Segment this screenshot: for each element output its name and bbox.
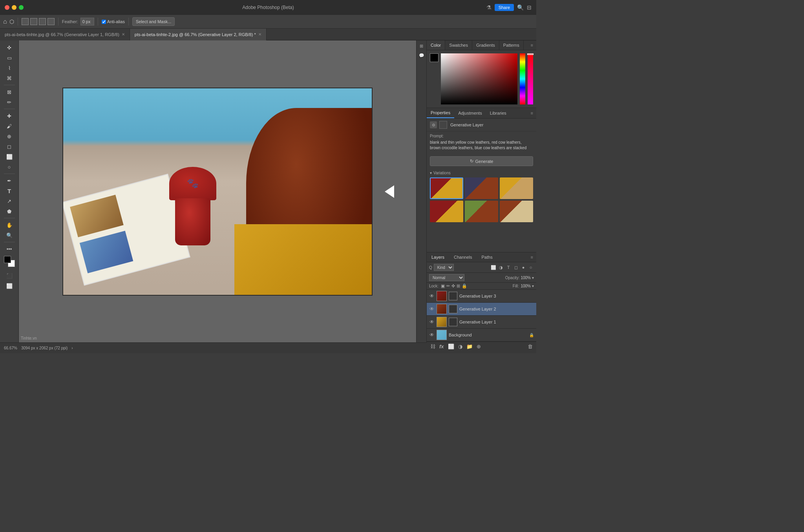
brush-tool[interactable]: 🖌 — [3, 121, 16, 131]
more-tools[interactable]: ••• — [3, 244, 16, 254]
filter-type-icon[interactable]: T — [505, 264, 512, 271]
gradient-tool[interactable]: ⬜ — [3, 152, 16, 161]
fill-chevron[interactable]: ▾ — [532, 284, 534, 288]
flask-icon[interactable]: ⚗ — [486, 4, 492, 11]
layer-gl1-visibility[interactable]: 👁 — [429, 319, 435, 325]
stamp-tool[interactable]: ⊕ — [3, 132, 16, 141]
swatches-tab[interactable]: Swatches — [445, 40, 472, 50]
adjustment-layer-icon[interactable]: ◑ — [457, 344, 464, 349]
layer-bg-visibility[interactable]: 👁 — [429, 332, 435, 338]
layer-gl2-visibility[interactable]: 👁 — [429, 306, 435, 312]
lock-artboard-icon[interactable]: ⊞ — [457, 283, 460, 289]
color-gradient-picker[interactable] — [441, 53, 517, 104]
mask-icon[interactable]: ⬛ — [3, 271, 16, 280]
filter-smart-icon[interactable]: ● — [520, 264, 526, 271]
opacity-chevron[interactable]: ▾ — [532, 276, 534, 280]
color-tab[interactable]: Color — [427, 40, 445, 50]
tool-option-4[interactable] — [48, 18, 55, 25]
move-tool[interactable]: ✜ — [3, 43, 16, 52]
fill-value[interactable]: 100% — [521, 284, 531, 288]
lock-move-icon[interactable]: ✜ — [451, 283, 455, 289]
opacity-slider[interactable] — [528, 53, 533, 104]
dodge-tool[interactable]: ○ — [3, 162, 16, 172]
search-icon[interactable]: 🔍 — [517, 4, 524, 11]
blend-mode-select[interactable]: Normal — [429, 274, 464, 281]
hand-tool[interactable]: ✋ — [3, 220, 16, 230]
tab-2-close[interactable]: ✕ — [258, 32, 261, 37]
layers-tab[interactable]: Layers — [427, 252, 449, 262]
healing-tool[interactable]: ✚ — [3, 111, 16, 121]
layer-item-gl1[interactable]: 👁 Generative Layer 1 — [427, 316, 536, 329]
variations-header[interactable]: ▾ Variations — [430, 171, 533, 175]
close-button[interactable] — [5, 5, 9, 10]
gradients-tab[interactable]: Gradients — [472, 40, 499, 50]
layers-menu[interactable]: ≡ — [528, 253, 536, 261]
minimize-button[interactable] — [12, 5, 16, 10]
new-layer-icon[interactable]: ⊕ — [475, 344, 482, 349]
traffic-lights[interactable] — [5, 5, 24, 10]
select-rect-tool[interactable]: ▭ — [3, 53, 16, 62]
variation-6[interactable] — [500, 201, 533, 222]
tool-icon-home[interactable]: ⌂ — [3, 18, 7, 25]
add-mask-icon[interactable]: ⬜ — [447, 344, 455, 349]
lock-all-icon[interactable]: 🔒 — [462, 283, 467, 289]
feather-input[interactable] — [80, 18, 94, 26]
adjustments-tab[interactable]: Adjustments — [454, 108, 486, 118]
path-select-tool[interactable]: ↗ — [3, 196, 16, 206]
paths-tab[interactable]: Paths — [477, 252, 497, 262]
layer-gl3-visibility[interactable]: 👁 — [429, 293, 435, 299]
anti-alias-checkbox[interactable] — [102, 20, 106, 24]
group-layers-icon[interactable]: 📁 — [465, 344, 474, 349]
foreground-color[interactable] — [4, 256, 11, 263]
color-panel-menu[interactable]: ≡ — [528, 41, 536, 49]
tab-1-close[interactable]: ✕ — [122, 32, 125, 37]
foreground-swatch[interactable] — [430, 53, 439, 62]
comment-icon[interactable]: 💬 — [418, 51, 426, 59]
color-swatches[interactable] — [3, 256, 16, 267]
share-button[interactable]: Share — [495, 4, 514, 11]
tool-option-3[interactable] — [39, 18, 46, 25]
lasso-tool[interactable]: ⌇ — [3, 63, 16, 73]
link-layers-icon[interactable]: ⛓ — [429, 344, 437, 349]
layer-item-gl2[interactable]: 👁 Generative Layer 2 — [427, 303, 536, 316]
anti-alias-label[interactable]: Anti-alias — [102, 19, 125, 24]
variation-5[interactable] — [465, 201, 498, 222]
filter-shape-icon[interactable]: ◻ — [513, 264, 519, 271]
properties-tab[interactable]: Properties — [427, 108, 454, 118]
magic-wand-tool[interactable]: ⌘ — [3, 73, 16, 83]
canvas-area[interactable]: 🐾 Tinhte.vn — [19, 40, 416, 342]
variation-2[interactable] — [465, 177, 498, 199]
filter-pixel-icon[interactable]: ⬜ — [490, 264, 497, 271]
filter-adj-icon[interactable]: ◑ — [498, 264, 504, 271]
variation-1[interactable] — [430, 177, 463, 199]
variation-4[interactable] — [430, 201, 463, 222]
lock-pixel-icon[interactable]: ✏ — [446, 283, 450, 289]
patterns-tab[interactable]: Patterns — [499, 40, 524, 50]
layer-item-gl3[interactable]: 👁 Generative Layer 3 — [427, 290, 536, 303]
maximize-button[interactable] — [19, 5, 24, 10]
tool-option-2[interactable] — [30, 18, 37, 25]
pen-tool[interactable]: ✒ — [3, 176, 16, 185]
delete-layer-icon[interactable]: 🗑 — [526, 344, 534, 349]
kind-select[interactable]: Kind — [434, 264, 454, 271]
opacity-value[interactable]: 100% — [521, 276, 531, 280]
shape-tool[interactable]: ⬟ — [3, 207, 16, 216]
layer-item-background[interactable]: 👁 Background 🔒 — [427, 329, 536, 342]
screen-mode-icon[interactable]: ⬜ — [3, 281, 16, 291]
channels-tab[interactable]: Channels — [449, 252, 477, 262]
eyedropper-tool[interactable]: ✏ — [3, 97, 16, 107]
selection-tool-icon[interactable]: ⬡ — [9, 18, 14, 25]
text-tool[interactable]: T — [3, 186, 16, 196]
tab-2[interactable]: pts-ai-beta-tinhte-2.jpg @ 66.7% (Genera… — [130, 29, 267, 40]
eraser-tool[interactable]: ◻ — [3, 142, 16, 151]
properties-menu[interactable]: ≡ — [528, 109, 536, 117]
tool-option-1[interactable] — [22, 18, 29, 25]
select-mask-button[interactable]: Select and Mask... — [132, 17, 175, 26]
zoom-tool[interactable]: 🔍 — [3, 230, 16, 240]
libraries-tab[interactable]: Libraries — [486, 108, 510, 118]
window-controls-icon[interactable]: ⊟ — [527, 4, 532, 11]
lock-transparent-icon[interactable]: ▣ — [441, 283, 445, 289]
crop-tool[interactable]: ⊠ — [3, 87, 16, 97]
tab-1[interactable]: pts-ai-beta-tinhte.jpg @ 66.7% (Generati… — [0, 29, 130, 40]
hue-slider[interactable] — [520, 53, 525, 104]
